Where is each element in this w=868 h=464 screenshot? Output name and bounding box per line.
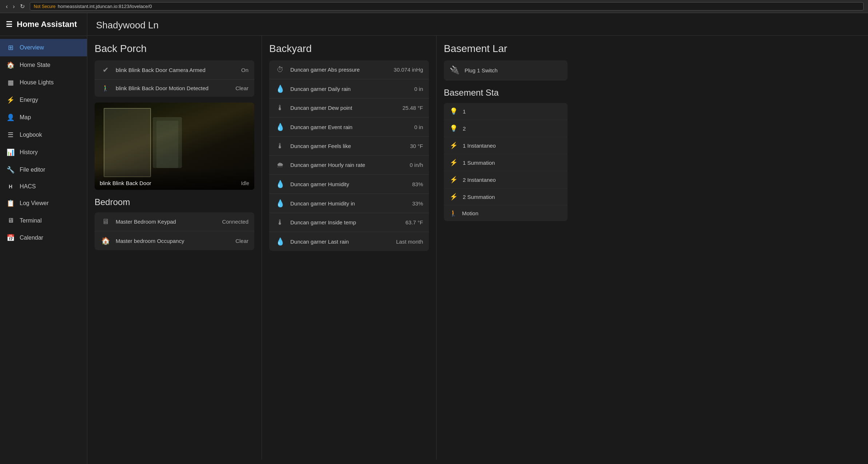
- sidebar-item-label: House Lights: [20, 79, 53, 86]
- basement-lamp-title: Basement Lar: [444, 43, 568, 55]
- sidebar-item-logbook[interactable]: ☰ Logbook: [0, 126, 87, 144]
- hourly-rain-value: 0 in/h: [410, 162, 423, 168]
- energy-icon: ⚡: [7, 96, 15, 104]
- menu-icon[interactable]: ☰: [6, 20, 12, 29]
- sidebar-item-log-viewer[interactable]: 📋 Log Viewer: [0, 195, 87, 212]
- humidity-name: Duncan garner Humidity: [290, 181, 407, 187]
- sensor-row: ✔ blink Blink Back Door Camera Armed On: [95, 60, 254, 80]
- back-button[interactable]: ‹: [4, 3, 9, 10]
- light-name-1: 1: [463, 108, 562, 115]
- daily-rain-value: 0 in: [414, 86, 423, 92]
- camera-status: Idle: [241, 180, 249, 186]
- sidebar-item-label: Home State: [20, 62, 50, 68]
- sidebar-item-home-state[interactable]: 🏠 Home State: [0, 56, 87, 74]
- motion-label: Motion: [462, 210, 562, 216]
- sidebar-item-energy[interactable]: ⚡ Energy: [0, 91, 87, 109]
- back-porch-title: Back Porch: [95, 43, 254, 55]
- url-bar[interactable]: Not Secure homeassistant.int.jduncan.io:…: [30, 2, 864, 11]
- pressure-name: Duncan garner Abs pressure: [290, 67, 389, 73]
- occupancy-name: Master bedroom Occupancy: [116, 238, 230, 244]
- motion-detected-value: Clear: [235, 85, 248, 91]
- log-viewer-icon: 📋: [7, 199, 15, 207]
- sidebar-item-map[interactable]: 👤 Map: [0, 109, 87, 126]
- page-title: Shadywood Ln: [96, 20, 159, 31]
- panels-row: Back Porch ✔ blink Blink Back Door Camer…: [87, 36, 868, 460]
- occupancy-value: Clear: [235, 238, 248, 244]
- bulb-icon-2: 💡: [450, 124, 458, 132]
- app-title: Home Assistant: [17, 20, 77, 29]
- back-porch-sensors-card: ✔ blink Blink Back Door Camera Armed On …: [95, 60, 254, 97]
- sensor-row: 🚶‍♂️ blink Blink Back Door Motion Detect…: [95, 80, 254, 97]
- forward-button[interactable]: ›: [11, 3, 16, 10]
- keypad-value: Connected: [222, 219, 248, 225]
- last-rain-icon: 💧: [275, 237, 285, 246]
- sidebar-item-terminal[interactable]: 🖥 Terminal: [0, 212, 87, 229]
- humidity-value: 83%: [412, 181, 423, 187]
- hacs-icon: H: [7, 184, 15, 189]
- motion-detected-name: blink Blink Back Door Motion Detected: [116, 85, 230, 91]
- backyard-panel: Backyard ⏱ Duncan garner Abs pressure 30…: [262, 36, 437, 460]
- sidebar-item-label: History: [20, 149, 38, 156]
- sensor-row: 🌡 Duncan garner Dew point 25.48 °F: [269, 99, 429, 117]
- bedroom-sensors-card: 🖥 Master Bedroom Keypad Connected 🏠 Mast…: [95, 212, 254, 250]
- energy-name-2: 2 Instantaneo: [463, 177, 562, 183]
- sidebar-item-label: HACS: [20, 183, 36, 190]
- dew-point-icon: 🌡: [275, 104, 285, 112]
- url-text: homeassistant.int.jduncan.io:8123/lovela…: [58, 4, 152, 9]
- backyard-sensors-card: ⏱ Duncan garner Abs pressure 30.074 inHg…: [269, 60, 429, 251]
- occupancy-icon: 🏠: [100, 236, 111, 245]
- bedroom-title: Bedroom: [95, 197, 254, 207]
- sidebar-item-file-editor[interactable]: 🔧 File editor: [0, 161, 87, 179]
- calendar-icon: 📅: [7, 234, 15, 242]
- energy-icon-3: ⚡: [450, 176, 458, 184]
- sidebar-item-label: Overview: [20, 44, 44, 51]
- sidebar-item-history[interactable]: 📊 History: [0, 144, 87, 161]
- bulb-icon-1: 💡: [450, 107, 458, 115]
- basement-sta-title: Basement Sta: [444, 88, 568, 98]
- feels-like-value: 30 °F: [410, 143, 423, 149]
- sidebar-item-label: Logbook: [20, 132, 42, 138]
- sensor-row: 🌡 Duncan garner Inside temp 63.7 °F: [269, 213, 429, 232]
- backyard-title: Backyard: [269, 43, 429, 55]
- sensor-row: 💧 Duncan garner Humidity 83%: [269, 175, 429, 194]
- feels-like-icon: 🌡: [275, 142, 285, 150]
- camera-armed-name: blink Blink Back Door Camera Armed: [116, 67, 236, 73]
- sidebar-item-calendar[interactable]: 📅 Calendar: [0, 229, 87, 247]
- sidebar-item-label: File editor: [20, 167, 45, 173]
- light-item: ⚡ 1 Instantaneo: [444, 137, 568, 154]
- camera-armed-icon: ✔: [100, 65, 111, 74]
- sensor-row: 🌧 Duncan garner Hourly rain rate 0 in/h: [269, 156, 429, 175]
- humidity-in-name: Duncan garner Humidity in: [290, 200, 407, 207]
- light-item: 💡 1: [444, 103, 568, 120]
- back-door-camera-card[interactable]: blink Blink Back Door Idle: [95, 103, 254, 190]
- sidebar-item-label: Log Viewer: [20, 200, 49, 207]
- sidebar-item-overview[interactable]: ⊞ Overview: [0, 39, 87, 56]
- refresh-button[interactable]: ↻: [19, 3, 26, 10]
- sidebar-nav: ⊞ Overview 🏠 Home State ▦ House Lights ⚡…: [0, 36, 87, 249]
- hourly-rain-name: Duncan garner Hourly rain rate: [290, 162, 405, 168]
- sidebar: ☰ Home Assistant ⊞ Overview 🏠 Home State…: [0, 13, 87, 464]
- pressure-icon: ⏱: [275, 65, 285, 74]
- dew-point-value: 25.48 °F: [402, 105, 423, 111]
- plug-switch-card: 🔌 Plug 1 Switch: [444, 60, 568, 80]
- security-warning: Not Secure: [34, 4, 56, 9]
- list-item: ⚡ 1 Summation: [444, 154, 568, 171]
- logbook-icon: ☰: [7, 131, 15, 139]
- humidity-in-icon: 💧: [275, 199, 285, 208]
- keypad-name: Master Bedroom Keypad: [116, 219, 217, 225]
- camera-label: blink Blink Back Door: [100, 180, 151, 186]
- inside-temp-icon: 🌡: [275, 218, 285, 227]
- browser-nav-buttons[interactable]: ‹ › ↻: [4, 3, 26, 10]
- last-rain-value: Last month: [396, 239, 423, 245]
- last-rain-name: Duncan garner Last rain: [290, 239, 391, 245]
- sidebar-item-hacs[interactable]: H HACS: [0, 179, 87, 195]
- sensor-row: 🏠 Master bedroom Occupancy Clear: [95, 231, 254, 250]
- energy-name-1: 1 Instantaneo: [463, 143, 562, 149]
- light-item: 💡 2: [444, 120, 568, 137]
- sidebar-item-house-lights[interactable]: ▦ House Lights: [0, 74, 87, 91]
- terminal-icon: 🖥: [7, 217, 15, 224]
- hourly-rain-icon: 🌧: [275, 161, 285, 169]
- camera-image: [95, 103, 254, 190]
- humidity-icon: 💧: [275, 180, 285, 188]
- feels-like-name: Duncan garner Feels like: [290, 143, 405, 149]
